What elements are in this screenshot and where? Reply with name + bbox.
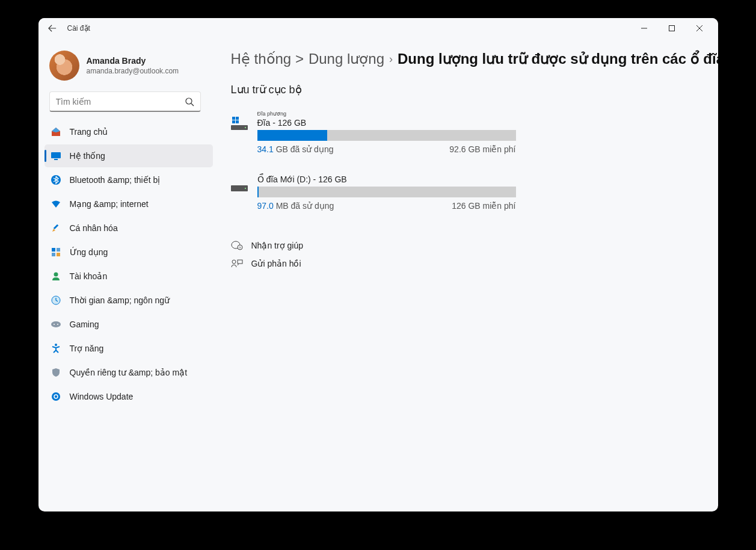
svg-rect-20 [236, 120, 239, 123]
svg-rect-0 [669, 26, 674, 31]
back-button[interactable] [43, 19, 61, 37]
sidebar-item-system[interactable]: Hệ thống [45, 144, 213, 167]
nav-list: Trang chủ Hệ thống Bluetooth &amp; thiết… [45, 120, 219, 408]
nav-label: Thời gian &amp; ngôn ngữ [70, 295, 170, 305]
used-value: 97.0 [257, 201, 274, 211]
profile-block[interactable]: Amanda Brady amanda.brady@outlook.com [45, 45, 219, 91]
nav-label: Tài khoản [70, 271, 108, 281]
breadcrumb: Hệ thống > Dung lượng › Dung lượng lưu t… [231, 51, 718, 67]
search-input[interactable] [56, 97, 185, 107]
nav-label: Trang chủ [70, 127, 108, 137]
nav-label: Hệ thống [70, 151, 105, 161]
drive-item-c[interactable]: Đĩa phương Đĩa - 126 GB 34.1 GB đã sử dụ… [231, 111, 544, 154]
sidebar-item-network[interactable]: Mạng &amp; internet [45, 193, 213, 215]
drive-stats: 34.1 GB đã sử dụng 92.6 GB miễn phí [257, 144, 516, 154]
svg-rect-5 [53, 224, 58, 229]
crumb-system[interactable]: Hệ thống > [231, 51, 304, 67]
person-icon [51, 271, 61, 282]
home-icon [51, 126, 61, 137]
feedback-label: Gửi phản hồi [251, 259, 301, 268]
nav-label: Trợ năng [70, 344, 104, 353]
accessibility-icon [51, 343, 61, 354]
sidebar-item-apps[interactable]: Ứng dụng [45, 241, 213, 264]
svg-point-15 [55, 344, 57, 346]
used-unit: GB đã sử dụng [276, 144, 334, 154]
clock-icon [51, 295, 61, 306]
close-icon [696, 25, 702, 31]
sidebar-item-gaming[interactable]: Gaming [45, 313, 213, 336]
drive-icon [231, 181, 248, 193]
drive-stats: 97.0 MB đã sử dụng 126 GB miễn phí [257, 201, 516, 211]
get-help-link[interactable]: ? Nhận trợ giúp [231, 241, 718, 250]
free-unit: GB miễn phí [468, 201, 515, 211]
svg-rect-8 [52, 253, 55, 256]
svg-point-10 [54, 273, 58, 277]
svg-rect-29 [238, 260, 242, 264]
help-links: ? Nhận trợ giúp Gửi phản hồi [231, 241, 718, 268]
drive-title: Ổ đĩa Mới (D:) - 126 GB [257, 175, 544, 184]
drive-small-label: Đĩa phương [257, 111, 544, 117]
drive-progress-bar [257, 187, 516, 197]
feedback-link[interactable]: Gửi phản hồi [231, 259, 718, 268]
sidebar-item-time[interactable]: Thời gian &amp; ngôn ngữ [45, 289, 213, 312]
nav-label: Windows Update [70, 392, 134, 401]
feedback-icon [231, 259, 243, 268]
sidebar-item-personalization[interactable]: Cá nhân hóa [45, 217, 213, 239]
svg-point-22 [245, 127, 246, 128]
profile-name: Amanda Brady [87, 56, 179, 66]
titlebar: Cài đặt [38, 18, 718, 39]
sidebar-item-privacy[interactable]: Quyền riêng tư &amp; bảo mật [45, 361, 213, 384]
svg-point-13 [54, 324, 55, 325]
apps-icon [51, 247, 61, 258]
free-value: 126 [452, 201, 466, 211]
svg-rect-6 [52, 248, 55, 252]
sidebar: Amanda Brady amanda.brady@outlook.com Tr… [38, 39, 219, 511]
section-title: Lưu trữ cục bộ [231, 83, 718, 96]
free-unit: GB miễn phí [468, 144, 515, 154]
search-icon [185, 97, 194, 107]
avatar [49, 51, 79, 81]
used-unit: MB đã sử dụng [276, 201, 334, 211]
svg-rect-2 [51, 152, 61, 158]
svg-rect-17 [232, 117, 235, 120]
svg-point-24 [245, 188, 246, 189]
sidebar-item-accessibility[interactable]: Trợ năng [45, 337, 213, 360]
chevron-right-icon: › [389, 53, 393, 66]
svg-point-16 [52, 392, 60, 401]
minimize-button[interactable] [630, 19, 658, 38]
crumb-storage[interactable]: Dung lượng [309, 51, 384, 67]
maximize-button[interactable] [658, 19, 686, 38]
brush-icon [51, 223, 61, 233]
svg-point-14 [57, 324, 58, 325]
settings-window: Cài đặt Amanda Brady amanda.brady@outloo… [38, 18, 718, 511]
sidebar-item-home[interactable]: Trang chủ [45, 120, 213, 143]
close-button[interactable] [686, 19, 713, 38]
sidebar-item-bluetooth[interactable]: Bluetooth &amp; thiết bị [45, 168, 213, 191]
svg-rect-3 [54, 159, 58, 160]
bluetooth-icon [51, 175, 61, 185]
window-title: Cài đặt [67, 24, 90, 32]
sidebar-item-update[interactable]: Windows Update [45, 385, 213, 408]
system-icon [51, 150, 61, 161]
wifi-icon [51, 199, 61, 209]
sidebar-item-accounts[interactable]: Tài khoản [45, 265, 213, 288]
page-title: Dung lượng lưu trữ được sử dụng trên các… [398, 51, 718, 67]
svg-point-12 [51, 321, 61, 327]
maximize-icon [669, 25, 675, 31]
nav-label: Cá nhân hóa [70, 223, 118, 233]
minimize-icon [641, 25, 647, 31]
nav-label: Gaming [70, 320, 99, 329]
free-value: 92.6 [449, 144, 466, 154]
svg-point-1 [186, 98, 192, 104]
nav-label: Bluetooth &amp; thiết bị [70, 175, 161, 185]
drive-system-icon [231, 117, 248, 129]
drive-item-d[interactable]: Ổ đĩa Mới (D:) - 126 GB 97.0 MB đã sử dụ… [231, 175, 544, 211]
content-area: Amanda Brady amanda.brady@outlook.com Tr… [38, 39, 718, 511]
search-box[interactable] [49, 91, 201, 112]
svg-point-28 [232, 260, 236, 264]
svg-rect-19 [232, 120, 235, 123]
arrow-left-icon [48, 24, 57, 32]
profile-email: amanda.brady@outlook.com [87, 67, 179, 75]
update-icon [51, 391, 61, 402]
nav-label: Ứng dụng [70, 247, 108, 257]
